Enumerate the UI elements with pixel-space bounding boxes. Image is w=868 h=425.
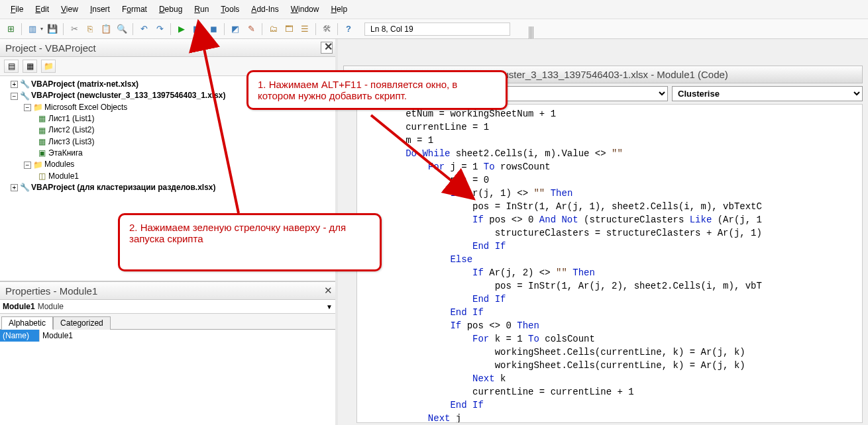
code-line[interactable]: workingSheet.Cells(currentLine, k) = Ar(…: [361, 346, 858, 359]
object-browser-button[interactable]: ☰: [298, 23, 311, 36]
procedure-dropdown[interactable]: Clusterise: [672, 86, 863, 101]
project-panel-header: Project - VBAProject ✕: [0, 39, 335, 57]
menu-format[interactable]: Format: [117, 3, 152, 16]
folder-icon: 📁: [33, 160, 42, 171]
properties-panel-header: Properties - Module1 ✕: [0, 281, 335, 300]
tab-categorized[interactable]: Categorized: [53, 316, 111, 330]
code-line[interactable]: pos = InStr(1, Ar(j, 1), sheet2.Cells(i,…: [361, 200, 858, 213]
design-mode2-button[interactable]: ✎: [244, 23, 258, 36]
code-line[interactable]: End If: [361, 399, 858, 412]
run-button[interactable]: ▶: [175, 23, 188, 36]
menu-bar: File Edit View Insert Format Debug Run T…: [0, 0, 868, 19]
properties-panel-title: Properties - Module1: [5, 285, 97, 297]
code-line[interactable]: pos = 0: [361, 173, 858, 187]
menu-addins[interactable]: Add-Ins: [246, 3, 284, 16]
chevron-down-icon[interactable]: ▼: [326, 303, 333, 310]
code-editor[interactable]: etNum = workingSheetNum + 1 currentLine …: [356, 104, 863, 423]
code-line[interactable]: End If: [361, 293, 858, 306]
property-key-name: (Name): [0, 330, 40, 342]
tree-workbook[interactable]: ЭтаКнига: [48, 148, 83, 158]
menu-run[interactable]: Run: [189, 3, 214, 16]
save-button[interactable]: 💾: [46, 23, 59, 36]
tree-collapse-icon[interactable]: −: [24, 104, 31, 111]
code-line[interactable]: If pos <> 0 Then: [361, 319, 858, 332]
project-explorer-button[interactable]: 🗂: [266, 23, 280, 36]
tree-collapse-icon[interactable]: −: [11, 93, 18, 100]
code-line[interactable]: End If: [361, 306, 858, 319]
design-mode-button[interactable]: ◩: [229, 23, 242, 36]
code-line[interactable]: If Ar(j, 2) <> "" Then: [361, 266, 858, 279]
code-line[interactable]: Next k: [361, 372, 858, 385]
menu-window[interactable]: Window: [286, 3, 325, 16]
menu-help[interactable]: Help: [325, 3, 353, 16]
code-line[interactable]: pos = InStr(1, Ar(j, 2), sheet2.Cells(i,…: [361, 279, 858, 293]
properties-button[interactable]: 🗔: [282, 23, 296, 36]
property-row[interactable]: (Name) Module1: [0, 330, 335, 342]
tree-folder-modules[interactable]: Modules: [44, 160, 74, 169]
tree-collapse-icon[interactable]: −: [24, 162, 31, 169]
properties-object-name: Module1: [3, 302, 35, 311]
tree-folder-objects[interactable]: Microsoft Excel Objects: [44, 103, 127, 112]
project-panel-close-button[interactable]: ✕: [321, 42, 333, 54]
insert-button[interactable]: ▥: [26, 23, 39, 36]
code-line[interactable]: Do While sheet2.Cells(i, m).Value <> "": [361, 147, 858, 160]
view-code-button[interactable]: ▤: [4, 60, 19, 73]
tree-sheet1[interactable]: Лист1 (List1): [48, 114, 94, 123]
folder-icon: 📁: [33, 102, 42, 113]
code-line[interactable]: currentLine = 1: [361, 120, 858, 134]
paste-button[interactable]: 📋: [99, 23, 113, 36]
code-line[interactable]: Next j: [361, 412, 858, 423]
menu-tools[interactable]: Tools: [215, 3, 244, 16]
code-line[interactable]: For j = 1 To rowsCount: [361, 160, 858, 173]
menu-file[interactable]: File: [5, 3, 28, 16]
menu-edit[interactable]: Edit: [30, 3, 54, 16]
code-line[interactable]: Else: [361, 253, 858, 266]
tree-project-1[interactable]: VBAProject (matrix-net.xlsx): [31, 79, 138, 89]
properties-object-selector[interactable]: Module1 Module ▼: [0, 300, 335, 314]
menu-insert[interactable]: Insert: [85, 3, 115, 16]
property-value-name[interactable]: Module1: [40, 330, 335, 342]
undo-button[interactable]: ↶: [137, 23, 150, 36]
sheet-icon: ▦: [37, 113, 46, 124]
view-excel-button[interactable]: ⊞: [4, 23, 17, 36]
properties-tabs: Alphabetic Categorized: [0, 314, 335, 330]
cut-button[interactable]: ✂: [68, 23, 81, 36]
code-line[interactable]: structureClasters = structureClasters + …: [361, 226, 858, 240]
toolbox-button[interactable]: 🛠: [320, 23, 333, 36]
menu-debug[interactable]: Debug: [154, 3, 188, 16]
find-button[interactable]: 🔍: [115, 23, 129, 36]
code-line[interactable]: If Ar(j, 1) <> "" Then: [361, 187, 858, 200]
insert-dropdown-icon[interactable]: ▾: [40, 26, 43, 32]
properties-grid[interactable]: (Name) Module1: [0, 330, 335, 425]
reset-button[interactable]: ◼: [207, 23, 220, 36]
tree-expand-icon[interactable]: +: [11, 184, 18, 191]
tree-project-3[interactable]: VBAProject (для кластеризации разделов.x…: [31, 183, 216, 192]
sheet-icon: ▦: [37, 125, 46, 136]
view-object-button[interactable]: ▦: [23, 60, 37, 73]
code-line[interactable]: For k = 1 To colsCount: [361, 332, 858, 346]
menu-view[interactable]: View: [56, 3, 83, 16]
properties-panel-close-button[interactable]: ✕: [324, 285, 333, 297]
tree-project-2[interactable]: VBAProject (newcluster_3_133_1397546403_…: [31, 91, 226, 101]
code-line[interactable]: If pos <> 0 And Not (structureClasters L…: [361, 213, 858, 226]
code-line[interactable]: currentLine = currentLine + 1: [361, 385, 858, 399]
project-icon: 🔧: [20, 182, 29, 193]
tree-sheet3[interactable]: Лист3 (List3): [48, 137, 94, 146]
project-icon: 🔧: [20, 79, 29, 90]
redo-button[interactable]: ↷: [153, 23, 166, 36]
break-button[interactable]: ▮▮: [191, 23, 204, 36]
code-line[interactable]: workingSheet.Cells(currentLine, k) = Ar(…: [361, 359, 858, 372]
tree-sheet2[interactable]: Лист2 (List2): [48, 126, 94, 135]
code-line[interactable]: End If: [361, 240, 858, 253]
annotation-callout-1: 1. Нажимаем ALT+F11 - появляется окно, в…: [246, 70, 508, 110]
tree-module1[interactable]: Module1: [48, 171, 79, 181]
toolbar: ⊞ ▥ ▾ 💾 ✂ ⎘ 📋 🔍 ↶ ↷ ▶ ▮▮ ◼ ◩ ✎ 🗂 🗔 ☰ 🛠 ?…: [0, 19, 868, 39]
toggle-folders-button[interactable]: 📁: [41, 60, 56, 73]
properties-object-type: Module: [38, 302, 64, 311]
cursor-position: Ln 8, Col 19: [364, 23, 510, 36]
code-line[interactable]: m = 1: [361, 134, 858, 147]
tab-alphabetic[interactable]: Alphabetic: [1, 316, 53, 330]
tree-expand-icon[interactable]: +: [11, 81, 18, 88]
copy-button[interactable]: ⎘: [83, 23, 97, 36]
help-button[interactable]: ?: [342, 23, 355, 36]
